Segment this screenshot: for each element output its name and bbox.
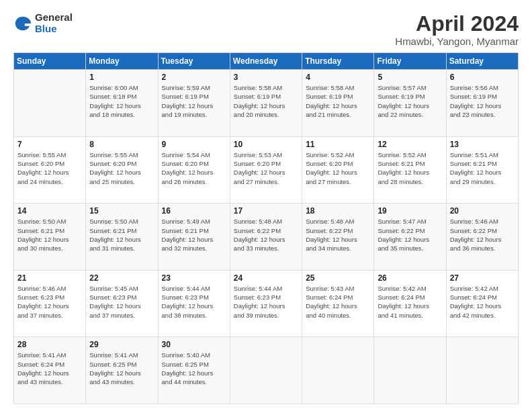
logo-general-text: General — [35, 12, 73, 24]
day-info: Sunrise: 5:46 AM Sunset: 6:23 PM Dayligh… — [17, 284, 82, 320]
day-info: Sunrise: 5:44 AM Sunset: 6:23 PM Dayligh… — [234, 284, 298, 320]
day-info: Sunrise: 5:58 AM Sunset: 6:19 PM Dayligh… — [234, 83, 298, 119]
calendar-week-row: 14Sunrise: 5:50 AM Sunset: 6:21 PM Dayli… — [14, 203, 519, 271]
calendar-day-cell: 29Sunrise: 5:41 AM Sunset: 6:25 PM Dayli… — [86, 337, 158, 404]
col-thursday: Thursday — [302, 53, 374, 70]
day-number: 23 — [162, 273, 226, 283]
calendar-day-cell: 28Sunrise: 5:41 AM Sunset: 6:24 PM Dayli… — [14, 337, 86, 404]
day-info: Sunrise: 5:58 AM Sunset: 6:19 PM Dayligh… — [306, 83, 370, 119]
day-number: 7 — [17, 140, 82, 149]
day-info: Sunrise: 5:46 AM Sunset: 6:22 PM Dayligh… — [450, 217, 515, 253]
day-info: Sunrise: 5:51 AM Sunset: 6:21 PM Dayligh… — [450, 150, 515, 186]
day-info: Sunrise: 5:44 AM Sunset: 6:23 PM Dayligh… — [162, 284, 226, 320]
day-info: Sunrise: 5:45 AM Sunset: 6:23 PM Dayligh… — [89, 284, 154, 320]
day-info: Sunrise: 5:40 AM Sunset: 6:25 PM Dayligh… — [162, 351, 226, 386]
calendar-day-cell — [14, 70, 86, 137]
calendar-week-row: 1Sunrise: 6:00 AM Sunset: 6:18 PM Daylig… — [14, 70, 519, 137]
calendar-day-cell: 7Sunrise: 5:55 AM Sunset: 6:20 PM Daylig… — [14, 136, 86, 203]
calendar-day-cell: 14Sunrise: 5:50 AM Sunset: 6:21 PM Dayli… — [14, 203, 86, 271]
day-info: Sunrise: 5:42 AM Sunset: 6:24 PM Dayligh… — [378, 284, 442, 320]
day-number: 10 — [234, 140, 298, 149]
calendar-day-cell: 27Sunrise: 5:42 AM Sunset: 6:24 PM Dayli… — [446, 270, 518, 337]
day-number: 19 — [378, 206, 442, 216]
day-number: 22 — [89, 273, 154, 283]
day-number: 2 — [162, 73, 226, 82]
day-number: 27 — [450, 273, 515, 283]
calendar-day-cell — [230, 337, 302, 404]
calendar-table: Sunday Monday Tuesday Wednesday Thursday… — [13, 52, 519, 404]
calendar-day-cell: 3Sunrise: 5:58 AM Sunset: 6:19 PM Daylig… — [230, 70, 302, 137]
calendar-day-cell: 30Sunrise: 5:40 AM Sunset: 6:25 PM Dayli… — [158, 337, 230, 404]
day-number: 24 — [234, 273, 298, 283]
day-info: Sunrise: 5:42 AM Sunset: 6:24 PM Dayligh… — [450, 284, 515, 320]
page: General Blue April 2024 Hmawbi, Yangon, … — [0, 0, 532, 411]
day-number: 8 — [89, 140, 154, 149]
calendar-day-cell — [374, 337, 446, 404]
col-tuesday: Tuesday — [158, 53, 230, 70]
day-number: 30 — [162, 340, 226, 349]
calendar-day-cell: 12Sunrise: 5:52 AM Sunset: 6:21 PM Dayli… — [374, 136, 446, 203]
calendar-day-cell: 2Sunrise: 5:59 AM Sunset: 6:19 PM Daylig… — [158, 70, 230, 137]
calendar-day-cell: 9Sunrise: 5:54 AM Sunset: 6:20 PM Daylig… — [158, 136, 230, 203]
day-number: 3 — [234, 73, 298, 82]
day-info: Sunrise: 5:50 AM Sunset: 6:21 PM Dayligh… — [89, 217, 154, 253]
calendar-day-cell: 13Sunrise: 5:51 AM Sunset: 6:21 PM Dayli… — [446, 136, 518, 203]
day-info: Sunrise: 5:49 AM Sunset: 6:21 PM Dayligh… — [162, 217, 226, 253]
day-info: Sunrise: 5:52 AM Sunset: 6:20 PM Dayligh… — [306, 150, 370, 186]
day-info: Sunrise: 5:59 AM Sunset: 6:19 PM Dayligh… — [162, 83, 226, 119]
day-number: 11 — [306, 140, 370, 149]
day-number: 15 — [89, 206, 154, 216]
calendar-day-cell: 4Sunrise: 5:58 AM Sunset: 6:19 PM Daylig… — [302, 70, 374, 137]
title-month: April 2024 — [395, 12, 519, 36]
day-info: Sunrise: 5:47 AM Sunset: 6:22 PM Dayligh… — [378, 217, 442, 253]
day-info: Sunrise: 5:57 AM Sunset: 6:19 PM Dayligh… — [378, 83, 442, 119]
col-sunday: Sunday — [14, 53, 86, 70]
day-number: 5 — [378, 73, 442, 82]
day-info: Sunrise: 5:55 AM Sunset: 6:20 PM Dayligh… — [89, 150, 154, 186]
day-number: 1 — [89, 73, 154, 82]
calendar-day-cell: 11Sunrise: 5:52 AM Sunset: 6:20 PM Dayli… — [302, 136, 374, 203]
col-wednesday: Wednesday — [230, 53, 302, 70]
calendar-day-cell: 10Sunrise: 5:53 AM Sunset: 6:20 PM Dayli… — [230, 136, 302, 203]
calendar-week-row: 28Sunrise: 5:41 AM Sunset: 6:24 PM Dayli… — [14, 337, 519, 404]
calendar-day-cell: 19Sunrise: 5:47 AM Sunset: 6:22 PM Dayli… — [374, 203, 446, 271]
col-monday: Monday — [86, 53, 158, 70]
header: General Blue April 2024 Hmawbi, Yangon, … — [13, 12, 519, 47]
calendar-day-cell — [302, 337, 374, 404]
calendar-day-cell — [446, 337, 518, 404]
calendar-day-cell: 18Sunrise: 5:48 AM Sunset: 6:22 PM Dayli… — [302, 203, 374, 271]
title-block: April 2024 Hmawbi, Yangon, Myanmar — [395, 12, 519, 47]
calendar-day-cell: 16Sunrise: 5:49 AM Sunset: 6:21 PM Dayli… — [158, 203, 230, 271]
day-number: 21 — [17, 273, 82, 283]
calendar-day-cell: 25Sunrise: 5:43 AM Sunset: 6:24 PM Dayli… — [302, 270, 374, 337]
calendar-day-cell: 24Sunrise: 5:44 AM Sunset: 6:23 PM Dayli… — [230, 270, 302, 337]
day-info: Sunrise: 5:50 AM Sunset: 6:21 PM Dayligh… — [17, 217, 82, 253]
calendar-day-cell: 22Sunrise: 5:45 AM Sunset: 6:23 PM Dayli… — [86, 270, 158, 337]
calendar-day-cell: 8Sunrise: 5:55 AM Sunset: 6:20 PM Daylig… — [86, 136, 158, 203]
calendar-day-cell: 15Sunrise: 5:50 AM Sunset: 6:21 PM Dayli… — [86, 203, 158, 271]
calendar-day-cell: 21Sunrise: 5:46 AM Sunset: 6:23 PM Dayli… — [14, 270, 86, 337]
day-number: 29 — [89, 340, 154, 349]
day-number: 26 — [378, 273, 442, 283]
calendar-header-row: Sunday Monday Tuesday Wednesday Thursday… — [14, 53, 519, 70]
day-number: 6 — [450, 73, 515, 82]
logo: General Blue — [13, 12, 73, 34]
calendar-day-cell: 17Sunrise: 5:48 AM Sunset: 6:22 PM Dayli… — [230, 203, 302, 271]
day-number: 13 — [450, 140, 515, 149]
logo-text: General Blue — [35, 12, 73, 34]
day-number: 16 — [162, 206, 226, 216]
day-info: Sunrise: 5:53 AM Sunset: 6:20 PM Dayligh… — [234, 150, 298, 186]
logo-blue-text: Blue — [35, 24, 73, 35]
col-friday: Friday — [374, 53, 446, 70]
calendar-day-cell: 6Sunrise: 5:56 AM Sunset: 6:19 PM Daylig… — [446, 70, 518, 137]
day-number: 18 — [306, 206, 370, 216]
day-number: 17 — [234, 206, 298, 216]
day-info: Sunrise: 5:54 AM Sunset: 6:20 PM Dayligh… — [162, 150, 226, 186]
calendar-day-cell: 20Sunrise: 5:46 AM Sunset: 6:22 PM Dayli… — [446, 203, 518, 271]
calendar-day-cell: 1Sunrise: 6:00 AM Sunset: 6:18 PM Daylig… — [86, 70, 158, 137]
day-info: Sunrise: 5:43 AM Sunset: 6:24 PM Dayligh… — [306, 284, 370, 320]
col-saturday: Saturday — [446, 53, 518, 70]
day-number: 20 — [450, 206, 515, 216]
day-number: 12 — [378, 140, 442, 149]
calendar-day-cell: 5Sunrise: 5:57 AM Sunset: 6:19 PM Daylig… — [374, 70, 446, 137]
